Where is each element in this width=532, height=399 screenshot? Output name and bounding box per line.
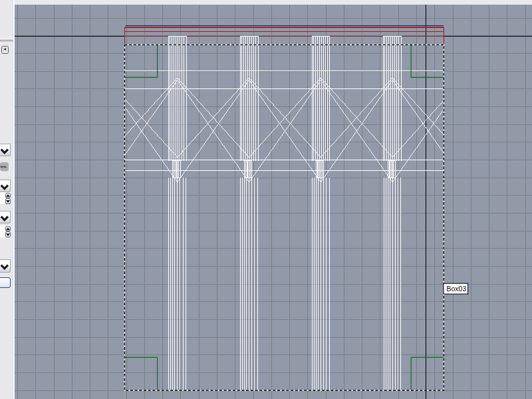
svg-text:Box03: Box03 <box>447 285 467 293</box>
